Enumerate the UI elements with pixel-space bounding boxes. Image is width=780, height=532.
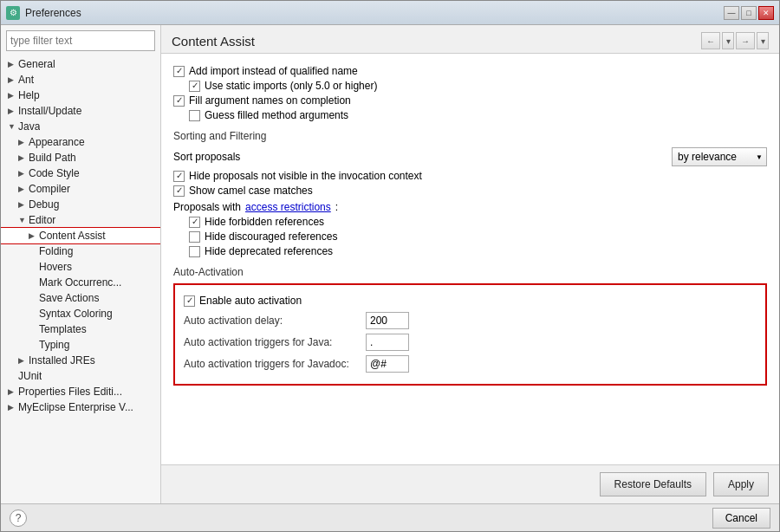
tree-label-hovers: Hovers	[39, 261, 72, 273]
tree-item-code-style[interactable]: ▶Code Style	[1, 165, 160, 181]
filter-checkbox-row-hide-not-visible: Hide proposals not visible in the invoca…	[173, 170, 767, 182]
tree-item-hovers[interactable]: Hovers	[1, 259, 160, 275]
cancel-button[interactable]: Cancel	[712, 508, 770, 529]
access-restrictions-link[interactable]: access restrictions	[245, 201, 331, 213]
tree-arrow-syntax-coloring	[29, 309, 37, 318]
back-dropdown-button[interactable]: ▾	[722, 32, 734, 49]
checkbox-row-guess-args: Guess filled method arguments	[189, 109, 767, 121]
proposals-checkbox-label-hide-discouraged: Hide discouraged references	[205, 230, 337, 243]
tree-item-help[interactable]: ▶Help	[1, 88, 160, 103]
sort-proposals-label: Sort proposals	[173, 151, 240, 163]
tree-arrow-compiler: ▶	[18, 185, 27, 193]
tree-item-templates[interactable]: Templates	[1, 321, 160, 337]
tree-arrow-folding	[29, 247, 37, 256]
tree-item-build-path[interactable]: ▶Build Path	[1, 150, 160, 165]
tree-arrow-ant: ▶	[8, 75, 16, 84]
tree-item-compiler[interactable]: ▶Compiler	[1, 181, 160, 197]
tree-label-properties-files: Properties Files Editi...	[18, 386, 122, 398]
tree-label-debug: Debug	[29, 198, 59, 211]
java-triggers-input[interactable]	[366, 334, 409, 351]
close-button[interactable]: ✕	[758, 6, 774, 20]
tree-arrow-junit	[8, 372, 16, 380]
delay-label: Auto activation delay:	[184, 315, 366, 327]
proposals-colon: :	[335, 201, 338, 213]
tree-arrow-mark-occurrences	[29, 278, 37, 287]
window-icon: ⚙	[6, 6, 20, 20]
right-panel: Content Assist ← ▾ → ▾ Add import instea…	[161, 25, 779, 503]
proposals-label: Proposals with	[173, 201, 241, 213]
filter-box[interactable]	[6, 30, 155, 51]
tree-item-install-update[interactable]: ▶Install/Update	[1, 103, 160, 119]
checkbox-label-fill-args: Fill argument names on completion	[189, 94, 351, 107]
minimize-button[interactable]: —	[724, 6, 739, 20]
proposals-checkbox-hide-deprecated[interactable]	[189, 246, 200, 257]
tree-arrow-install-update: ▶	[8, 107, 16, 115]
proposals-checkbox-hide-discouraged[interactable]	[189, 231, 200, 243]
tree-arrow-typing	[29, 341, 37, 349]
tree-item-content-assist[interactable]: ▶Content Assist	[1, 228, 160, 243]
sorting-section-label: Sorting and Filtering	[173, 130, 767, 142]
tree-label-general: General	[18, 58, 55, 70]
maximize-button[interactable]: □	[741, 6, 757, 20]
tree-item-properties-files[interactable]: ▶Properties Files Editi...	[1, 384, 160, 399]
tree-arrow-general: ▶	[8, 60, 16, 68]
checkbox-static-imports[interactable]	[189, 81, 200, 92]
tree-item-installed-jres[interactable]: ▶Installed JREs	[1, 353, 160, 368]
tree-item-save-actions[interactable]: Save Actions	[1, 290, 160, 306]
enable-auto-activation-checkbox[interactable]	[184, 295, 195, 307]
preferences-window: ⚙ Preferences — □ ✕ ▶General▶Ant▶Help▶In…	[0, 0, 780, 532]
tree-label-build-path: Build Path	[29, 152, 76, 164]
title-bar: ⚙ Preferences — □ ✕	[1, 1, 779, 25]
tree-label-content-assist: Content Assist	[39, 230, 106, 242]
java-triggers-label: Auto activation triggers for Java:	[184, 336, 366, 348]
nav-buttons: ← ▾ → ▾	[701, 32, 769, 49]
checkbox-fill-args[interactable]	[173, 95, 185, 107]
tree-arrow-java: ▼	[8, 122, 16, 131]
tree-item-editor[interactable]: ▼Editor	[1, 212, 160, 228]
checkbox-label-guess-args: Guess filled method arguments	[205, 109, 348, 121]
sort-proposals-dropdown[interactable]: by relevance	[672, 147, 767, 166]
delay-input[interactable]	[366, 312, 409, 329]
tree-item-java[interactable]: ▼Java	[1, 119, 160, 134]
tree-item-syntax-coloring[interactable]: Syntax Coloring	[1, 306, 160, 321]
forward-dropdown-button[interactable]: ▾	[757, 32, 769, 49]
tree-label-installed-jres: Installed JREs	[29, 354, 95, 367]
tree-label-java: Java	[18, 120, 40, 133]
checkbox-add-import[interactable]	[173, 66, 185, 77]
checkbox-guess-args[interactable]	[189, 110, 200, 121]
apply-button[interactable]: Apply	[713, 472, 769, 496]
tree-label-junit: JUnit	[18, 370, 42, 382]
tree-label-mark-occurrences: Mark Occurrenc...	[39, 276, 121, 289]
checkbox-label-add-import: Add import instead of qualified name	[189, 65, 358, 77]
filter-checkbox-hide-not-visible[interactable]	[173, 171, 185, 182]
tree-item-general[interactable]: ▶General	[1, 56, 160, 72]
tree-label-appearance: Appearance	[29, 136, 85, 148]
tree-item-typing[interactable]: Typing	[1, 337, 160, 353]
javadoc-triggers-input[interactable]	[366, 355, 409, 373]
left-panel: ▶General▶Ant▶Help▶Install/Update▼Java▶Ap…	[1, 25, 161, 503]
tree-arrow-content-assist: ▶	[29, 231, 37, 240]
forward-button[interactable]: →	[736, 32, 755, 49]
tree-item-ant[interactable]: ▶Ant	[1, 72, 160, 88]
tree-label-typing: Typing	[39, 339, 69, 351]
checkbox-row-fill-args: Fill argument names on completion	[173, 94, 767, 107]
top-checkboxes: Add import instead of qualified nameUse …	[173, 65, 767, 121]
tree-item-folding[interactable]: Folding	[1, 243, 160, 259]
tree-item-debug[interactable]: ▶Debug	[1, 197, 160, 212]
tree-item-mark-occurrences[interactable]: Mark Occurrenc...	[1, 275, 160, 290]
proposals-checkbox-row-hide-deprecated: Hide deprecated references	[189, 245, 767, 257]
help-button[interactable]: ?	[10, 509, 27, 527]
filter-checkbox-camel-case[interactable]	[173, 185, 185, 197]
proposals-checkbox-hide-forbidden[interactable]	[189, 217, 200, 228]
tree-arrow-hovers	[29, 263, 37, 271]
filter-input[interactable]	[10, 35, 151, 47]
tree-arrow-installed-jres: ▶	[18, 356, 27, 365]
proposals-checkbox-label-hide-forbidden: Hide forbidden references	[205, 216, 324, 228]
restore-defaults-button[interactable]: Restore Defaults	[600, 472, 706, 496]
tree-item-junit[interactable]: JUnit	[1, 368, 160, 384]
back-button[interactable]: ←	[701, 32, 720, 49]
checkbox-label-static-imports: Use static imports (only 5.0 or higher)	[205, 80, 377, 92]
tree-item-myeclipse[interactable]: ▶MyEclipse Enterprise V...	[1, 399, 160, 415]
tree-label-templates: Templates	[39, 323, 87, 335]
tree-item-appearance[interactable]: ▶Appearance	[1, 134, 160, 150]
